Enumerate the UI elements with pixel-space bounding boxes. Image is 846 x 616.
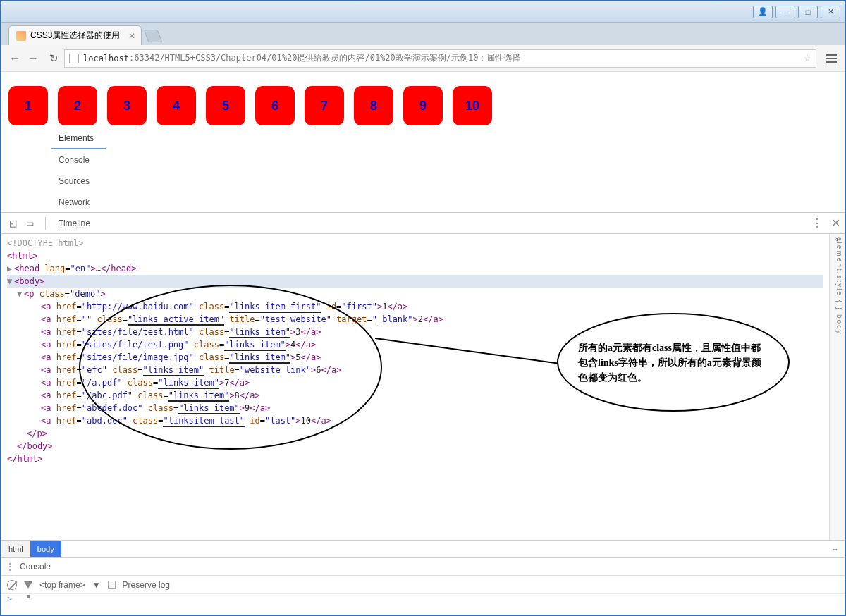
window-user-button[interactable]: 👤 bbox=[753, 6, 773, 18]
frame-selector[interactable]: <top frame> bbox=[39, 580, 85, 590]
demo-link-9[interactable]: 9 bbox=[403, 86, 443, 125]
demo-link-4[interactable]: 4 bbox=[157, 86, 196, 125]
demo-link-10[interactable]: 10 bbox=[453, 86, 492, 125]
devtools-tab-sources[interactable]: Sources bbox=[51, 171, 106, 192]
console-drawer-label[interactable]: Console bbox=[20, 562, 51, 572]
devtools-panel: ◰ ▭ ElementsConsoleSourcesNetworkTimelin… bbox=[1, 213, 845, 608]
source-line[interactable]: ▶<head lang="en">…</head> bbox=[7, 262, 823, 275]
demo-link-6[interactable]: 6 bbox=[255, 86, 295, 125]
devtools-styles-sidebar[interactable]: » element.style { } body bbox=[829, 234, 845, 540]
source-line[interactable]: <!DOCTYPE html> bbox=[7, 237, 823, 250]
tab-close-icon[interactable]: ✕ bbox=[128, 31, 135, 41]
source-line[interactable]: <a href="abd.doc" class="linksitem last"… bbox=[7, 414, 823, 427]
page-viewport: 12345678910 bbox=[1, 72, 845, 213]
page-icon bbox=[69, 54, 79, 63]
source-line[interactable]: <html> bbox=[7, 250, 823, 262]
forward-button[interactable]: → bbox=[25, 51, 41, 66]
preserve-log-label: Preserve log bbox=[123, 580, 170, 590]
filter-icon[interactable] bbox=[24, 581, 32, 589]
browser-tab-bar: CSS3属性选择器的使用 ✕ bbox=[1, 23, 845, 45]
source-line[interactable]: ▼<p class="demo"> bbox=[7, 288, 823, 300]
separator bbox=[45, 217, 46, 230]
breadcrumb-body[interactable]: body bbox=[30, 541, 61, 557]
sidebar-expand-icon[interactable]: » bbox=[833, 237, 842, 243]
device-toggle-icon[interactable]: ▭ bbox=[23, 216, 37, 230]
elements-source-tree[interactable]: <!DOCTYPE html><html>▶<head lang="en">…<… bbox=[1, 234, 829, 540]
demo-link-8[interactable]: 8 bbox=[354, 86, 393, 125]
console-toolbar: <top frame> ▼ Preserve log bbox=[1, 575, 845, 593]
devtools-tab-console[interactable]: Console bbox=[51, 149, 106, 171]
url-bar[interactable]: localhost :63342/HTML5+CSS3/Chapter04/01… bbox=[64, 49, 816, 68]
bookmark-star-icon[interactable]: ☆ bbox=[804, 54, 811, 63]
demo-paragraph: 12345678910 bbox=[8, 86, 838, 125]
demo-link-2[interactable]: 2 bbox=[58, 86, 97, 125]
demo-link-3[interactable]: 3 bbox=[107, 86, 147, 125]
source-line[interactable]: </html> bbox=[7, 452, 823, 465]
clear-console-icon[interactable] bbox=[7, 580, 17, 590]
new-tab-button[interactable] bbox=[144, 30, 163, 42]
demo-link-5[interactable]: 5 bbox=[206, 86, 245, 125]
window-titlebar: 👤 — □ ✕ bbox=[1, 1, 845, 23]
menu-hamburger-icon[interactable] bbox=[823, 54, 839, 63]
devtools-more-icon[interactable]: ⋮ bbox=[811, 216, 823, 230]
devtools-tab-timeline[interactable]: Timeline bbox=[51, 213, 106, 234]
devtools-body: <!DOCTYPE html><html>▶<head lang="en">…<… bbox=[1, 234, 845, 540]
window-close-button[interactable]: ✕ bbox=[821, 6, 840, 18]
console-drawer-header: ⋮ Console bbox=[1, 557, 845, 575]
console-prompt[interactable]: > bbox=[1, 593, 845, 608]
console-drawer-more-icon[interactable]: ⋮ bbox=[6, 562, 14, 572]
back-button[interactable]: ← bbox=[7, 51, 23, 66]
breadcrumb-overflow-icon[interactable]: ↔ bbox=[831, 545, 845, 553]
frame-dropdown-icon[interactable]: ▼ bbox=[92, 580, 101, 590]
devtools-close-icon[interactable]: ✕ bbox=[831, 216, 840, 230]
source-line[interactable]: ▼<body> bbox=[7, 275, 823, 288]
devtools-tabbar: ◰ ▭ ElementsConsoleSourcesNetworkTimelin… bbox=[1, 213, 845, 234]
source-line[interactable]: </body> bbox=[7, 440, 823, 452]
browser-tab[interactable]: CSS3属性选择器的使用 ✕ bbox=[8, 25, 142, 45]
demo-link-7[interactable]: 7 bbox=[305, 86, 344, 125]
breadcrumb-html[interactable]: html bbox=[1, 541, 30, 557]
window-maximize-button[interactable]: □ bbox=[798, 6, 818, 18]
devtools-tab-elements[interactable]: Elements bbox=[51, 128, 106, 149]
devtools-tab-network[interactable]: Network bbox=[51, 192, 106, 213]
window-minimize-button[interactable]: — bbox=[776, 6, 795, 18]
source-line[interactable]: </p> bbox=[7, 427, 823, 440]
reload-button[interactable]: ↻ bbox=[49, 52, 59, 65]
sidebar-text: element.style { } body bbox=[835, 237, 843, 335]
source-line[interactable]: <a href="http://www.baidu.com" class="li… bbox=[7, 300, 823, 313]
devtools-breadcrumb: html body ↔ bbox=[1, 540, 845, 557]
preserve-log-checkbox[interactable] bbox=[108, 581, 116, 589]
url-host: localhost bbox=[83, 54, 129, 63]
inspect-icon[interactable]: ◰ bbox=[6, 216, 20, 230]
annotation-text: 所有的a元素都有class属性，且属性值中都包含links字符串，所以所有的a元… bbox=[578, 340, 768, 385]
tab-favicon bbox=[16, 31, 26, 41]
annotation-callout: 所有的a元素都有class属性，且属性值中都包含links字符串，所以所有的a元… bbox=[557, 313, 790, 412]
demo-link-1[interactable]: 1 bbox=[8, 86, 48, 125]
url-path: :63342/HTML5+CSS3/Chapter04/01%20提供给教员的内… bbox=[129, 52, 520, 64]
browser-toolbar: ← → ↻ localhost :63342/HTML5+CSS3/Chapte… bbox=[1, 45, 845, 72]
tab-title: CSS3属性选择器的使用 bbox=[30, 30, 120, 42]
